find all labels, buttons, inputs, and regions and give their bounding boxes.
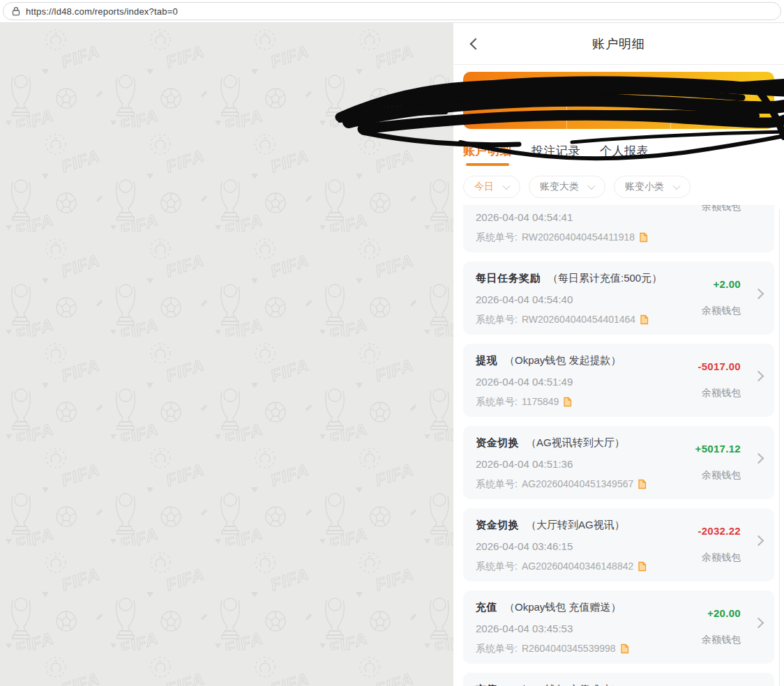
transaction-card[interactable]: 充值 （Okpay钱包 充值赠送） 2026-04-04 03:45:53 系统… <box>463 590 774 664</box>
transaction-card[interactable]: 资金切换 （AG视讯转到大厅） 2026-04-04 04:51:36 系统单号… <box>463 426 774 499</box>
order-number: AG202604040451349567 <box>522 477 633 491</box>
order-label: 系统单号: <box>476 477 518 491</box>
address-bar[interactable]: https://ld48.com/reports/index?tab=0 <box>3 2 781 20</box>
transaction-type: 充值 <box>476 682 497 686</box>
transaction-card[interactable]: 充值 （Okpay钱包 充值成功） +2000.00 <box>463 673 774 686</box>
transaction-detail: （每日累计充值:500元） <box>548 270 662 286</box>
order-number: RW202604040454411918 <box>522 230 635 244</box>
order-label: 系统单号: <box>476 559 518 573</box>
summary-label: 累计充值 <box>463 82 566 95</box>
summary-label: 累计领取 <box>671 82 774 95</box>
chevron-down-icon <box>502 182 510 190</box>
filter-minor-category[interactable]: 账变小类 <box>614 176 691 198</box>
copy-icon[interactable] <box>638 479 647 489</box>
report-tabs: 账户明细 投注记录 个人报表 <box>453 129 784 172</box>
chevron-down-icon <box>672 182 680 190</box>
wallet-label: 余额钱包 <box>702 387 741 399</box>
transaction-type: 资金切换 <box>476 435 519 450</box>
transaction-detail: （AG视讯转到大厅） <box>526 435 625 450</box>
list-item-clipped-wrapper: 2026-04-04 04:54:41 系统单号: RW202604040454… <box>463 205 774 252</box>
wallet-label: 余额钱包 <box>702 634 741 646</box>
back-button[interactable] <box>469 38 487 51</box>
tab-personal-report[interactable]: 个人报表 <box>600 143 649 166</box>
tab-label: 个人报表 <box>600 144 649 158</box>
summary-label: 累计提现 <box>567 82 670 95</box>
order-number: 1175849 <box>522 395 559 409</box>
page-title: 账户明细 <box>592 36 645 52</box>
panel-header: 账户明细 <box>453 23 784 65</box>
transaction-card[interactable]: 每日任务奖励 （每日累计充值:500元） 2026-04-04 04:54:40… <box>463 261 774 335</box>
order-label: 系统单号: <box>476 230 518 244</box>
tab-label: 投注记录 <box>532 144 580 158</box>
transaction-detail: （Okpay钱包 充值成功） <box>504 682 621 686</box>
filter-row: 今日 账变大类 账变小类 <box>453 172 784 205</box>
copy-icon[interactable] <box>638 561 647 572</box>
order-label: 系统单号: <box>476 312 518 326</box>
wallet-label: 余额钱包 <box>702 551 741 564</box>
active-tab-underline <box>466 163 509 166</box>
transaction-type: 提现 <box>476 353 497 368</box>
order-number: RW202604040454401464 <box>522 312 635 326</box>
transaction-amount: -2032.22 <box>698 525 741 537</box>
filter-label: 今日 <box>474 181 494 193</box>
summary-col-claimed: 累计领取 <box>670 82 774 129</box>
summary-col-withdraw: 累计提现 <box>566 82 670 129</box>
wallet-label: 余额钱包 <box>702 469 741 482</box>
wallet-label: 余额钱包 <box>702 205 741 213</box>
filter-label: 账变大类 <box>540 181 579 193</box>
tab-label: 账户明细 <box>463 144 512 158</box>
scrollbar-track[interactable] <box>779 209 780 686</box>
transaction-type: 充值 <box>476 600 497 615</box>
transaction-detail: （Okpay钱包 发起提款） <box>504 353 621 368</box>
summary-col-deposit: 累计充值 <box>463 82 566 129</box>
back-chevron-icon <box>470 38 482 50</box>
transaction-amount: +2.00 <box>714 278 741 290</box>
url-text[interactable]: https://ld48.com/reports/index?tab=0 <box>26 6 178 17</box>
copy-icon[interactable] <box>563 397 572 407</box>
transaction-card[interactable]: 提现 （Okpay钱包 发起提款） 2026-04-04 04:51:49 系统… <box>463 344 774 417</box>
lock-icon <box>12 6 20 16</box>
filter-date-range[interactable]: 今日 <box>463 176 520 198</box>
tab-account-detail[interactable]: 账户明细 <box>463 143 512 166</box>
transaction-title-row: 充值 （Okpay钱包 充值成功） <box>476 682 762 686</box>
filter-label: 账变小类 <box>625 181 664 193</box>
transaction-detail: （大厅转到AG视讯） <box>526 517 625 533</box>
filter-major-category[interactable]: 账变大类 <box>529 176 605 198</box>
fifa-watermark-background: FIFA FIFA <box>0 23 453 686</box>
account-detail-panel: 账户明细 累计充值 累计提现 累计领取 账户明细 投注记录 个人报表 今日 账变… <box>453 23 784 686</box>
summary-totals-card: 累计充值 累计提现 累计领取 <box>463 72 774 129</box>
transaction-detail: （Okpay钱包 充值赠送） <box>504 600 621 615</box>
transaction-card[interactable]: 资金切换 （大厅转到AG视讯） 2026-04-04 03:46:15 系统单号… <box>463 508 774 581</box>
transaction-amount: +20.00 <box>707 607 741 619</box>
order-number: R2604040345539998 <box>522 641 616 655</box>
copy-icon[interactable] <box>640 314 649 325</box>
transaction-list: 2026-04-04 04:54:41 系统单号: RW202604040454… <box>453 205 784 686</box>
order-number: AG202604040346148842 <box>522 559 633 573</box>
transaction-amount: -5017.00 <box>698 360 741 372</box>
wallet-label: 余额钱包 <box>702 305 741 317</box>
order-label: 系统单号: <box>476 641 518 655</box>
transaction-order-row: 系统单号: RW202604040454411918 <box>476 230 762 244</box>
chevron-down-icon <box>587 182 595 190</box>
order-label: 系统单号: <box>476 395 518 409</box>
transaction-type: 每日任务奖励 <box>476 270 541 286</box>
transaction-amount: +5017.12 <box>695 443 741 455</box>
transaction-card[interactable]: 2026-04-04 04:54:41 系统单号: RW202604040454… <box>463 205 774 252</box>
copy-icon[interactable] <box>639 232 648 243</box>
copy-icon[interactable] <box>620 643 629 654</box>
tab-bet-records[interactable]: 投注记录 <box>532 143 580 166</box>
browser-toolbar: https://ld48.com/reports/index?tab=0 <box>0 0 784 23</box>
transaction-type: 资金切换 <box>476 517 519 533</box>
